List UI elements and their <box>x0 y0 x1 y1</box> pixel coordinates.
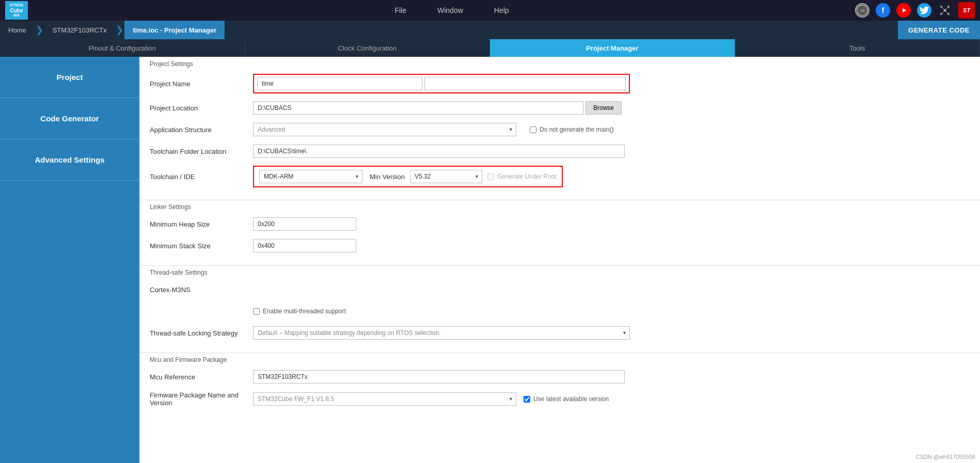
window-menu[interactable]: Window <box>437 6 463 14</box>
breadcrumb-arrow-1: ❯ <box>36 24 43 36</box>
breadcrumb-bar: Home ❯ STM32F103RCTx ❯ time.ioc - Projec… <box>0 21 980 39</box>
sidebar: Project Code Generator Advanced Settings <box>0 57 139 463</box>
min-version-select[interactable]: V5.32 V5.30 V5.28 <box>410 170 482 183</box>
application-structure-label: Application Structure <box>150 126 253 134</box>
thread-safe-form: Cortex-M3NS Enable multi-threaded suppor… <box>139 277 980 353</box>
badge-10-icon[interactable]: 10 <box>855 3 870 18</box>
thread-safe-header: Thread-safe Settings <box>139 265 980 277</box>
breadcrumb-arrow-2: ❯ <box>116 24 123 36</box>
min-heap-label: Minimum Heap Size <box>150 220 253 228</box>
svg-line-10 <box>945 7 949 10</box>
generate-under-root-checkbox[interactable] <box>487 173 494 180</box>
min-heap-row: Minimum Heap Size <box>150 217 970 231</box>
project-name-label: Project Name <box>150 80 253 88</box>
app-logo: STM32 Cube MX <box>5 1 28 20</box>
linker-settings-form: Minimum Heap Size Minimum Stack Size <box>139 212 980 265</box>
project-settings-form: Project Name Project Location Browse App… <box>139 69 980 200</box>
youtube-icon[interactable] <box>896 3 911 18</box>
firmware-package-select[interactable]: STM32Cube FW_F1 V1.8.5 <box>253 392 516 406</box>
firmware-package-label: Firmware Package Name and Version <box>150 391 253 407</box>
file-menu[interactable]: File <box>394 6 406 14</box>
sidebar-item-advanced-settings[interactable]: Advanced Settings <box>0 139 139 181</box>
thread-safe-locking-select[interactable]: Default − Mapping suitable strategy depe… <box>253 326 630 340</box>
application-structure-select-wrapper: Advanced Basic <box>253 123 516 136</box>
use-latest-version-checkbox[interactable] <box>524 396 530 403</box>
enable-multithreaded-row: Enable multi-threaded support <box>150 304 970 318</box>
firmware-package-row: Firmware Package Name and Version STM32C… <box>150 391 970 407</box>
breadcrumb-chip[interactable]: STM32F103RCTx <box>44 21 115 39</box>
mcu-firmware-form: Mcu Reference Firmware Package Name and … <box>139 364 980 419</box>
breadcrumb-home[interactable]: Home <box>0 21 35 39</box>
toolchain-select-wrapper: MDK-ARM EWARM STM32CubeIDE <box>259 170 362 183</box>
use-latest-version-label[interactable]: Use latest available version <box>524 395 609 403</box>
cortex-label: Cortex-M3NS <box>150 286 191 294</box>
twitter-icon[interactable] <box>917 3 931 18</box>
facebook-icon[interactable]: f <box>876 3 890 18</box>
tab-tools[interactable]: Tools <box>735 39 981 57</box>
min-stack-label: Minimum Stack Size <box>150 242 253 250</box>
ten-year-badge: 10 <box>856 4 868 17</box>
mcu-reference-input[interactable] <box>253 370 625 384</box>
toolchain-ide-row: Toolchain / IDE MDK-ARM EWARM STM32CubeI… <box>150 166 970 187</box>
tab-bar: Pinout & Configuration Clock Configurati… <box>0 39 980 57</box>
sidebar-item-code-generator[interactable]: Code Generator <box>0 98 139 139</box>
min-stack-row: Minimum Stack Size <box>150 238 970 253</box>
help-menu[interactable]: Help <box>494 6 509 14</box>
network-icon[interactable] <box>938 3 952 18</box>
do-not-generate-main-checkbox[interactable] <box>530 126 536 133</box>
project-settings-header: Project Settings <box>139 57 980 69</box>
svg-line-12 <box>945 10 949 14</box>
do-not-generate-main-checkbox-label[interactable]: Do not generate the main() <box>530 126 613 133</box>
svg-text:10: 10 <box>860 8 865 13</box>
project-name-input[interactable] <box>257 77 422 90</box>
mcu-reference-label: Mcu Reference <box>150 373 253 381</box>
svg-line-9 <box>941 7 945 10</box>
logo-area: STM32 Cube MX <box>5 1 28 20</box>
application-structure-row: Application Structure Advanced Basic Do … <box>150 122 970 137</box>
toolchain-folder-input[interactable] <box>253 145 625 158</box>
enable-multithreaded-checkbox[interactable] <box>253 308 260 315</box>
content-area: Project Settings Project Name Project Lo… <box>139 57 980 463</box>
project-location-label: Project Location <box>150 104 253 112</box>
thread-safe-locking-row: Thread-safe Locking Strategy Default − M… <box>150 326 970 340</box>
min-stack-input[interactable] <box>253 239 356 252</box>
enable-multithreaded-label[interactable]: Enable multi-threaded support <box>253 308 346 315</box>
generate-under-root-label[interactable]: Generate Under Root <box>487 173 557 180</box>
toolchain-select[interactable]: MDK-ARM EWARM STM32CubeIDE <box>259 170 362 183</box>
tab-project-manager[interactable]: Project Manager <box>490 39 735 57</box>
tab-pinout[interactable]: Pinout & Configuration <box>0 39 245 57</box>
min-heap-input[interactable] <box>253 217 356 231</box>
menu-bar: File Window Help <box>49 6 855 14</box>
application-structure-select[interactable]: Advanced Basic <box>253 123 516 136</box>
thread-safe-locking-label: Thread-safe Locking Strategy <box>150 329 253 337</box>
min-version-select-wrapper: V5.32 V5.30 V5.28 <box>410 170 482 183</box>
cortex-row: Cortex-M3NS <box>150 282 970 297</box>
project-name-extra-input[interactable] <box>424 77 626 90</box>
st-icon[interactable]: ST <box>958 2 975 19</box>
generate-code-button[interactable]: GENERATE CODE <box>898 21 980 39</box>
min-version-label: Min Version <box>370 173 405 181</box>
tab-clock[interactable]: Clock Configuration <box>245 39 491 57</box>
project-location-input[interactable] <box>253 101 583 115</box>
toolchain-folder-label: Toolchain Folder Location <box>150 148 253 155</box>
main-layout: Project Code Generator Advanced Settings… <box>0 57 980 463</box>
project-name-row: Project Name <box>150 74 970 93</box>
watermark: CSDN @wh617053508 <box>915 454 975 460</box>
firmware-package-select-wrapper: STM32Cube FW_F1 V1.8.5 <box>253 392 516 406</box>
top-right-icons: 10 f <box>855 2 975 19</box>
top-bar: STM32 Cube MX File Window Help 10 f <box>0 0 980 21</box>
sidebar-item-project[interactable]: Project <box>0 57 139 98</box>
svg-line-11 <box>941 10 945 14</box>
browse-button[interactable]: Browse <box>586 101 622 115</box>
thread-safe-locking-select-wrapper: Default − Mapping suitable strategy depe… <box>253 326 630 340</box>
breadcrumb-current[interactable]: time.ioc - Project Manager <box>124 21 225 39</box>
project-location-row: Project Location Browse <box>150 101 970 115</box>
toolchain-folder-row: Toolchain Folder Location <box>150 144 970 158</box>
linker-settings-header: Linker Settings <box>139 200 980 212</box>
toolchain-ide-label: Toolchain / IDE <box>150 173 253 181</box>
mcu-firmware-header: Mcu and Firmware Package <box>139 353 980 364</box>
mcu-reference-row: Mcu Reference <box>150 370 970 384</box>
